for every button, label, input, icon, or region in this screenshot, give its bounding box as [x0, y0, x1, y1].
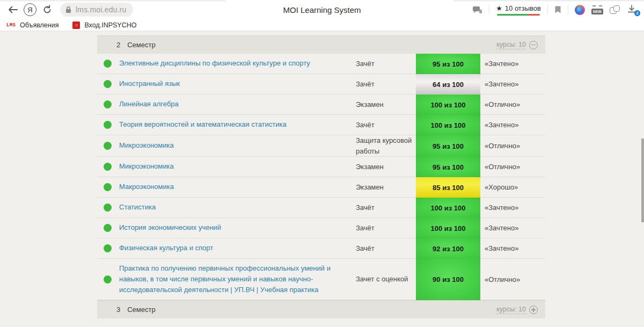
assessment-type: Зачёт	[356, 59, 416, 69]
status-dot-icon	[104, 80, 112, 88]
status-dot-icon	[104, 224, 112, 232]
bookmark-flag-icon[interactable]	[554, 5, 561, 14]
course-link[interactable]: История экономических учений	[119, 218, 350, 237]
semester-header-3: 3 Семестр курсы: 10	[97, 300, 545, 318]
score-badge: 64 из 100	[416, 74, 480, 95]
extension-new-icon[interactable]: NEW	[591, 5, 603, 14]
grade-text: «Отлично»	[485, 275, 520, 284]
status-dot-icon	[104, 60, 112, 68]
score-badge: 100 из 100	[416, 115, 480, 135]
bookmark-inpsycho[interactable]: ⌂ Вход.INPSYCHO	[72, 21, 136, 29]
browser-toolbar: Я lms.moi.edu.ru MOI Learning System ★ 1…	[0, 0, 644, 19]
grade-text: «Зачтено»	[485, 204, 518, 212]
bookmark-announcements[interactable]: LMS Объявления	[6, 21, 58, 29]
vertical-scrollbar-thumb[interactable]	[641, 139, 644, 222]
assessment-type: Экзамен	[356, 182, 416, 193]
status-dot-icon	[104, 100, 112, 108]
lock-icon	[65, 6, 72, 13]
bookmarks-bar: LMS Объявления ⌂ Вход.INPSYCHO	[0, 19, 644, 31]
course-link[interactable]: Практика по получению первичных професси…	[119, 259, 350, 300]
assessment-type: Зачёт	[356, 223, 416, 234]
grade-row: Элективные дисциплины по физической куль…	[97, 54, 545, 74]
grade-row: Иностранный язык Зачёт 64 из 100 «Зачтен…	[97, 74, 545, 95]
assessment-type: Зачёт	[356, 120, 416, 130]
star-icon: ★	[496, 4, 502, 12]
gradebook-page: 2 Семестр курсы: 10 Элективные дисциплин…	[0, 31, 644, 326]
score-badge: 100 из 100	[416, 95, 480, 115]
course-link[interactable]: Микроэкономика	[119, 136, 350, 155]
rating-bar	[497, 14, 540, 16]
course-link[interactable]: Линейная алгебра	[119, 95, 350, 114]
downloads-badge: 2	[634, 10, 640, 16]
score-badge: 95 из 100	[416, 157, 480, 177]
gradebook-table: 2 Семестр курсы: 10 Элективные дисциплин…	[97, 35, 545, 318]
reviews-widget[interactable]: ★ 10 отзывов	[496, 4, 541, 16]
status-dot-icon	[104, 244, 112, 252]
course-link[interactable]: Теория вероятностей и математическая ста…	[119, 115, 350, 134]
grade-text: «Зачтено»	[485, 121, 518, 129]
grade-text: «Зачтено»	[485, 80, 518, 88]
back-button[interactable]	[5, 2, 20, 17]
score-badge: 100 из 100	[416, 198, 480, 218]
assessment-type: Зачёт	[356, 202, 416, 213]
inpsycho-favicon: ⌂	[72, 21, 80, 29]
course-link[interactable]: Иностранный язык	[119, 74, 350, 93]
assessment-type: Экзамен	[356, 99, 416, 110]
course-link[interactable]: Элективные дисциплины по физической куль…	[119, 54, 350, 73]
downloads-button[interactable]: 2	[627, 4, 639, 15]
extension-browser-icon[interactable]	[575, 5, 585, 15]
course-link[interactable]: Микроэкономика	[119, 157, 350, 176]
grade-text: «Отлично»	[485, 163, 520, 171]
status-dot-icon	[104, 121, 112, 129]
assessment-type: Зачет с оценкой	[356, 274, 416, 285]
grade-row: Макроэкономика Экзамен 85 из 100 «Хорошо…	[97, 177, 545, 198]
score-badge: 92 из 100	[416, 238, 480, 259]
assessment-type: Зачёт	[356, 79, 416, 90]
protect-icon[interactable]	[472, 5, 482, 14]
score-badge: 95 из 100	[416, 135, 480, 157]
collections-icon[interactable]	[610, 5, 620, 14]
status-dot-icon	[104, 275, 112, 284]
url-text: lms.moi.edu.ru	[76, 5, 127, 14]
score-badge: 85 из 100	[416, 177, 480, 198]
courses-count-link[interactable]: курсы: 10	[496, 41, 526, 49]
grade-text: «Зачтено»	[485, 224, 518, 232]
status-dot-icon	[104, 204, 112, 212]
grade-row: История экономических учений Зачёт 100 и…	[97, 218, 545, 238]
status-dot-icon	[104, 163, 112, 171]
score-badge: 100 из 100	[416, 218, 480, 238]
divider	[489, 5, 489, 14]
divider	[547, 5, 548, 14]
course-link[interactable]: Статистика	[119, 198, 350, 217]
grade-text: «Отлично»	[485, 142, 520, 150]
assessment-type: Защита курсовой работы	[356, 135, 416, 156]
address-bar[interactable]: lms.moi.edu.ru	[60, 3, 133, 17]
reload-button[interactable]	[40, 2, 55, 17]
assessment-type: Экзамен	[356, 162, 416, 172]
grade-row: Практика по получению первичных професси…	[97, 259, 545, 300]
divider	[568, 5, 568, 14]
lms-favicon: LMS	[6, 23, 16, 28]
grade-text: «Отлично»	[485, 100, 520, 108]
reviews-label: 10 отзывов	[505, 4, 541, 12]
yandex-profile-icon[interactable]: Я	[24, 3, 36, 16]
collapse-icon[interactable]	[529, 41, 538, 49]
grade-row: Линейная алгебра Экзамен 100 из 100 «Отл…	[97, 95, 545, 115]
course-link[interactable]: Физическая культура и спорт	[119, 238, 350, 258]
score-badge: 90 из 100	[416, 259, 480, 300]
expand-icon[interactable]	[529, 306, 538, 314]
grade-row: Микроэкономика Экзамен 95 из 100 «Отличн…	[97, 157, 545, 177]
course-link[interactable]: Макроэкономика	[119, 177, 350, 197]
grade-row: Микроэкономика Защита курсовой работы 95…	[97, 135, 545, 157]
grade-row: Теория вероятностей и математическая ста…	[97, 115, 545, 135]
courses-count-link[interactable]: курсы: 10	[496, 306, 526, 314]
grade-row: Статистика Зачёт 100 из 100 «Зачтено»	[97, 198, 545, 218]
grade-row: Физическая культура и спорт Зачёт 92 из …	[97, 238, 545, 259]
assessment-type: Зачёт	[356, 243, 416, 254]
grade-rows: Элективные дисциплины по физической куль…	[97, 54, 545, 300]
grade-text: «Зачтено»	[485, 244, 518, 252]
score-badge: 95 из 100	[416, 54, 480, 74]
grade-text: «Зачтено»	[485, 60, 518, 68]
status-dot-icon	[104, 142, 112, 150]
status-dot-icon	[104, 183, 112, 191]
